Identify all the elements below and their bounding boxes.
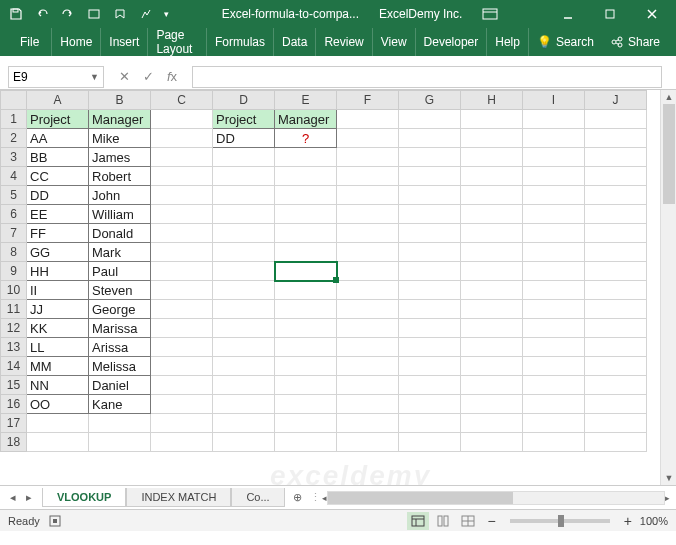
cell[interactable]: OO bbox=[27, 395, 89, 414]
col-header[interactable]: D bbox=[213, 91, 275, 110]
tab-page-layout[interactable]: Page Layout bbox=[148, 28, 207, 56]
cell[interactable] bbox=[151, 110, 213, 129]
cell[interactable] bbox=[585, 224, 647, 243]
cell[interactable] bbox=[399, 186, 461, 205]
cell[interactable] bbox=[337, 433, 399, 452]
cell[interactable] bbox=[337, 357, 399, 376]
col-header[interactable]: F bbox=[337, 91, 399, 110]
fx-icon[interactable]: fx bbox=[162, 69, 182, 84]
cell[interactable]: FF bbox=[27, 224, 89, 243]
cell[interactable] bbox=[585, 205, 647, 224]
row-header[interactable]: 16 bbox=[1, 395, 27, 414]
cell[interactable]: DD bbox=[213, 129, 275, 148]
cell[interactable] bbox=[213, 338, 275, 357]
cell[interactable] bbox=[585, 376, 647, 395]
cell[interactable] bbox=[151, 129, 213, 148]
cell[interactable] bbox=[213, 167, 275, 186]
cell[interactable] bbox=[585, 319, 647, 338]
cell[interactable] bbox=[523, 148, 585, 167]
cell[interactable] bbox=[461, 357, 523, 376]
cell[interactable]: Marissa bbox=[89, 319, 151, 338]
scroll-up-icon[interactable]: ▲ bbox=[661, 90, 676, 104]
cell[interactable] bbox=[213, 186, 275, 205]
zoom-level[interactable]: 100% bbox=[640, 515, 668, 527]
macro-icon[interactable] bbox=[48, 514, 62, 528]
cell[interactable] bbox=[337, 262, 399, 281]
col-header[interactable]: G bbox=[399, 91, 461, 110]
cell[interactable] bbox=[275, 224, 337, 243]
cell[interactable] bbox=[585, 148, 647, 167]
cell[interactable] bbox=[399, 414, 461, 433]
cell[interactable] bbox=[585, 338, 647, 357]
cell[interactable]: LL bbox=[27, 338, 89, 357]
row-header[interactable]: 11 bbox=[1, 300, 27, 319]
cell[interactable] bbox=[213, 433, 275, 452]
cell[interactable] bbox=[275, 186, 337, 205]
tab-view[interactable]: View bbox=[373, 28, 416, 56]
cell[interactable] bbox=[461, 186, 523, 205]
cell[interactable] bbox=[523, 433, 585, 452]
cell[interactable] bbox=[337, 414, 399, 433]
cell[interactable] bbox=[523, 129, 585, 148]
cell[interactable] bbox=[399, 433, 461, 452]
cell[interactable] bbox=[585, 281, 647, 300]
cell[interactable] bbox=[523, 262, 585, 281]
cell[interactable] bbox=[585, 395, 647, 414]
cell[interactable] bbox=[151, 414, 213, 433]
cell[interactable] bbox=[151, 243, 213, 262]
cell[interactable] bbox=[523, 338, 585, 357]
cell[interactable]: Arissa bbox=[89, 338, 151, 357]
save-icon[interactable] bbox=[4, 2, 28, 26]
cell[interactable]: James bbox=[89, 148, 151, 167]
tab-formulas[interactable]: Formulas bbox=[207, 28, 274, 56]
cell[interactable] bbox=[27, 433, 89, 452]
cell[interactable]: BB bbox=[27, 148, 89, 167]
cell[interactable] bbox=[399, 243, 461, 262]
minimize-icon[interactable] bbox=[548, 2, 588, 26]
row-header[interactable]: 1 bbox=[1, 110, 27, 129]
cell[interactable] bbox=[523, 224, 585, 243]
row-header[interactable]: 14 bbox=[1, 357, 27, 376]
cell[interactable]: HH bbox=[27, 262, 89, 281]
cell[interactable] bbox=[523, 319, 585, 338]
zoom-slider[interactable] bbox=[510, 519, 610, 523]
qat-more-icon[interactable]: ▾ bbox=[160, 2, 172, 26]
row-header[interactable]: 10 bbox=[1, 281, 27, 300]
cell[interactable] bbox=[585, 433, 647, 452]
cell[interactable] bbox=[151, 338, 213, 357]
cell[interactable] bbox=[523, 414, 585, 433]
cell[interactable] bbox=[523, 167, 585, 186]
cell[interactable] bbox=[151, 319, 213, 338]
formula-input[interactable] bbox=[192, 66, 662, 88]
cell[interactable] bbox=[27, 414, 89, 433]
cell[interactable] bbox=[399, 338, 461, 357]
cell[interactable] bbox=[399, 148, 461, 167]
search-box[interactable]: 💡 Search bbox=[529, 35, 602, 49]
cell[interactable] bbox=[275, 319, 337, 338]
cell[interactable]: Kane bbox=[89, 395, 151, 414]
cell[interactable] bbox=[461, 224, 523, 243]
cell[interactable] bbox=[275, 281, 337, 300]
cell[interactable] bbox=[213, 357, 275, 376]
vertical-scrollbar[interactable]: ▲ ▼ bbox=[660, 90, 676, 485]
cell[interactable] bbox=[399, 357, 461, 376]
cell[interactable] bbox=[275, 433, 337, 452]
sheet-tab[interactable]: INDEX MATCH bbox=[126, 488, 231, 507]
cell[interactable] bbox=[275, 357, 337, 376]
cell[interactable] bbox=[213, 243, 275, 262]
cell[interactable] bbox=[151, 224, 213, 243]
cell[interactable]: CC bbox=[27, 167, 89, 186]
name-box[interactable]: E9 ▼ bbox=[8, 66, 104, 88]
cell[interactable] bbox=[151, 433, 213, 452]
tab-help[interactable]: Help bbox=[487, 28, 529, 56]
row-header[interactable]: 18 bbox=[1, 433, 27, 452]
undo-icon[interactable] bbox=[30, 2, 54, 26]
maximize-icon[interactable] bbox=[590, 2, 630, 26]
tab-developer[interactable]: Developer bbox=[416, 28, 488, 56]
cell[interactable] bbox=[151, 376, 213, 395]
cell[interactable] bbox=[151, 167, 213, 186]
cell[interactable] bbox=[213, 148, 275, 167]
cell[interactable] bbox=[337, 376, 399, 395]
cell[interactable] bbox=[585, 262, 647, 281]
cell[interactable]: EE bbox=[27, 205, 89, 224]
